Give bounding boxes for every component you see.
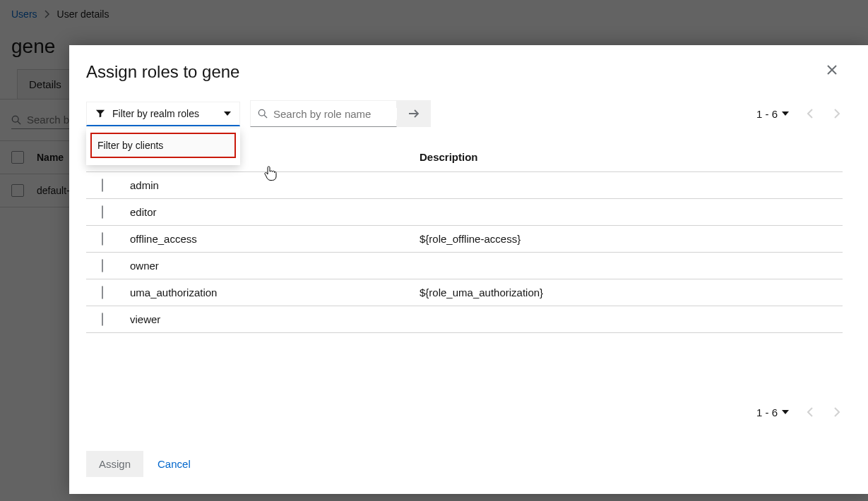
modal-title: Assign roles to gene [86,62,239,82]
col-description: Description [420,151,843,163]
svg-point-2 [258,109,265,116]
cancel-button[interactable]: Cancel [157,458,191,470]
close-button[interactable] [821,62,843,78]
modal-toolbar: Filter by realm roles Filter by clients [86,100,843,127]
caret-down-icon [782,410,789,414]
search-icon [258,109,268,119]
chevron-right-icon [834,407,840,417]
pager-prev[interactable] [804,106,816,121]
modal-actions: Assign Cancel [86,451,843,477]
row-checkbox[interactable] [102,286,103,299]
search-submit-button[interactable] [397,100,431,127]
pager-bottom: 1 - 6 [86,404,843,420]
search-role [250,100,431,127]
pager-range: 1 - 6 [756,108,778,120]
role-description: ${role_offline-access} [420,233,843,245]
filter-dropdown[interactable]: Filter by realm roles [86,102,240,126]
assign-roles-modal: Assign roles to gene Filter by realm rol… [69,45,868,494]
chevron-right-icon [834,109,840,119]
table-row: editor [86,199,843,226]
close-icon [827,65,837,75]
role-name: uma_authorization [130,286,420,298]
role-name: offline_access [130,233,420,245]
pager-next[interactable] [831,404,843,420]
filter-icon [95,109,105,119]
pager-top: 1 - 6 [756,106,843,121]
role-name: owner [130,260,420,272]
caret-down-icon [224,111,231,116]
table-row: admin [86,172,843,199]
row-checkbox[interactable] [102,179,103,192]
table-row: offline_access ${role_offline-access} [86,226,843,253]
row-checkbox[interactable] [102,259,103,272]
filter-option-clients[interactable]: Filter by clients [90,133,236,158]
chevron-left-icon [807,109,813,119]
chevron-left-icon [807,407,813,417]
pager-next[interactable] [831,106,843,121]
pager-label[interactable]: 1 - 6 [756,406,789,418]
role-name: editor [130,206,420,218]
filter-dropdown-menu: Filter by clients [86,128,240,165]
table-row: viewer [86,306,843,333]
row-checkbox[interactable] [102,205,103,219]
pager-prev[interactable] [804,404,816,420]
pager-range: 1 - 6 [756,406,778,418]
row-checkbox[interactable] [102,232,103,246]
svg-line-3 [264,115,267,118]
row-checkbox[interactable] [102,313,103,326]
role-name: viewer [130,313,420,325]
caret-down-icon [782,111,789,116]
filter-label: Filter by realm roles [112,108,199,119]
role-name: admin [130,179,420,191]
table-row: owner [86,253,843,279]
assign-button[interactable]: Assign [86,451,143,477]
role-description: ${role_uma_authorization} [420,286,843,298]
table-row: uma_authorization ${role_uma_authorizati… [86,279,843,306]
search-role-input[interactable] [273,108,408,120]
pager-label[interactable]: 1 - 6 [756,108,789,120]
roles-table: Name Description admin editor offline_ac… [86,143,843,333]
arrow-right-icon [408,109,420,119]
